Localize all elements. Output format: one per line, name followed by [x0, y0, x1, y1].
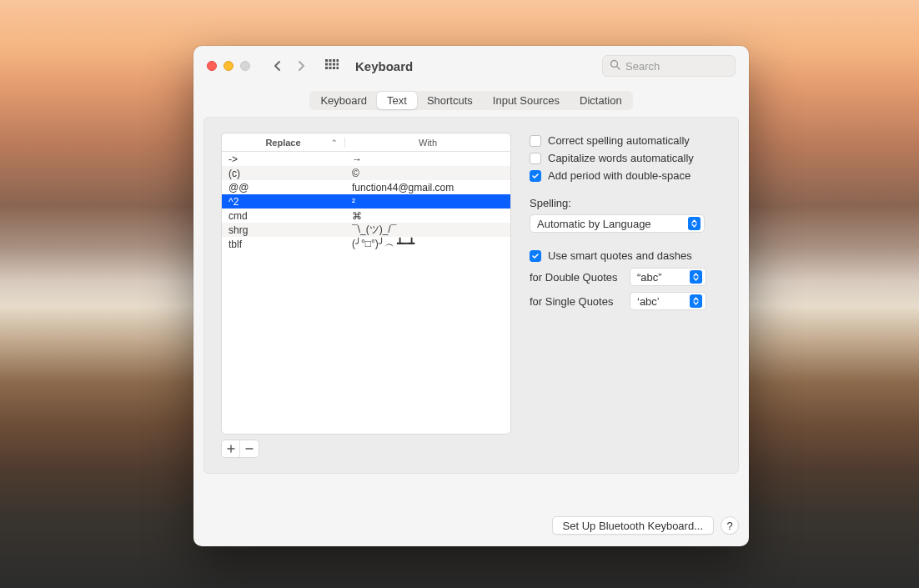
tab-keyboard[interactable]: Keyboard — [310, 92, 377, 109]
content-panel: Replace ⌃ With ->→(c)©@@function44@gmail… — [203, 117, 739, 474]
cell-replace[interactable]: shrg — [222, 224, 345, 236]
svg-rect-11 — [337, 67, 339, 69]
capitalize-label: Capitalize words automatically — [548, 152, 694, 164]
replacements-table[interactable]: Replace ⌃ With ->→(c)©@@function44@gmail… — [221, 133, 511, 435]
add-button[interactable] — [222, 440, 240, 457]
table-row[interactable]: (c)© — [222, 166, 510, 180]
preferences-window: Keyboard KeyboardTextShortcutsInput Sour… — [193, 46, 749, 546]
cell-with[interactable]: ¯\_(ツ)_/¯ — [345, 223, 510, 237]
minimize-button[interactable] — [223, 61, 234, 71]
double-quotes-value: “abc” — [637, 271, 662, 284]
tabs-bar: KeyboardTextShortcutsInput SourcesDictat… — [193, 86, 749, 117]
add-remove-control — [221, 440, 259, 458]
tab-dictation[interactable]: Dictation — [570, 92, 632, 109]
capitalize-row: Capitalize words automatically — [530, 152, 721, 164]
svg-rect-7 — [337, 63, 339, 66]
correct-spelling-label: Correct spelling automatically — [548, 134, 690, 147]
svg-line-13 — [617, 67, 620, 70]
double-quotes-label: for Double Quotes — [530, 271, 623, 284]
segmented-control: KeyboardTextShortcutsInput SourcesDictat… — [309, 91, 632, 110]
traffic-lights — [207, 61, 250, 71]
double-space-period-label: Add period with double-space — [548, 169, 691, 182]
help-button[interactable]: ? — [721, 516, 739, 535]
table-row[interactable]: shrg¯\_(ツ)_/¯ — [222, 223, 510, 237]
cell-replace[interactable]: (c) — [222, 168, 345, 179]
show-all-icon[interactable] — [324, 58, 340, 74]
spelling-value: Automatic by Language — [537, 218, 651, 230]
search-icon — [610, 59, 620, 73]
updown-stepper-icon — [690, 270, 702, 284]
svg-rect-2 — [333, 59, 335, 62]
cell-replace[interactable]: -> — [222, 153, 345, 165]
table-header: Replace ⌃ With — [222, 133, 510, 152]
tab-shortcuts[interactable]: Shortcuts — [417, 92, 483, 109]
tab-text[interactable]: Text — [377, 92, 417, 109]
titlebar: Keyboard — [193, 46, 749, 86]
svg-rect-1 — [329, 59, 332, 62]
page-title: Keyboard — [355, 59, 413, 73]
smart-quotes-row: Use smart quotes and dashes — [530, 249, 721, 262]
svg-rect-3 — [337, 59, 339, 62]
search-field[interactable] — [602, 55, 736, 77]
smart-quotes-checkbox[interactable] — [530, 250, 541, 262]
spelling-popup[interactable]: Automatic by Language — [530, 214, 705, 233]
table-row[interactable]: tblf(╯°□°)╯︵ ┻━┻ — [222, 237, 510, 251]
nav-buttons — [269, 57, 310, 75]
maximize-button — [240, 61, 250, 71]
column-header-with[interactable]: With — [345, 138, 510, 148]
replacements-panel: Replace ⌃ With ->→(c)©@@function44@gmail… — [221, 133, 511, 458]
cell-with[interactable]: (╯°□°)╯︵ ┻━┻ — [345, 237, 510, 251]
cell-with[interactable]: → — [345, 153, 510, 165]
single-quotes-row: for Single Quotes ‘abc’ — [530, 292, 721, 310]
single-quotes-value: ‘abc’ — [637, 295, 660, 308]
table-row[interactable]: ->→ — [222, 152, 510, 166]
table-row[interactable]: @@function44@gmail.com — [222, 180, 510, 194]
capitalize-checkbox[interactable] — [530, 153, 541, 164]
table-row[interactable]: ^2² — [222, 194, 510, 209]
correct-spelling-row: Correct spelling automatically — [530, 134, 721, 147]
cell-with[interactable]: ⌘ — [345, 210, 510, 222]
smart-quotes-label: Use smart quotes and dashes — [548, 249, 692, 262]
footer: Set Up Bluetooth Keyboard... ? — [193, 516, 749, 546]
cell-replace[interactable]: @@ — [222, 182, 345, 193]
remove-button[interactable] — [240, 440, 259, 457]
svg-rect-8 — [325, 67, 328, 69]
double-quotes-row: for Double Quotes “abc” — [530, 268, 721, 286]
tab-input-sources[interactable]: Input Sources — [483, 92, 570, 109]
double-space-period-checkbox[interactable] — [530, 170, 541, 182]
svg-rect-10 — [333, 67, 335, 69]
svg-rect-0 — [325, 59, 328, 62]
svg-rect-6 — [333, 63, 335, 66]
svg-rect-9 — [329, 67, 332, 69]
forward-button — [292, 57, 310, 75]
table-body: ->→(c)©@@function44@gmail.com^2²cmd⌘shrg… — [222, 152, 510, 434]
cell-with[interactable]: ² — [345, 196, 510, 208]
single-quotes-label: for Single Quotes — [530, 295, 623, 308]
column-header-replace[interactable]: Replace ⌃ — [222, 138, 345, 148]
double-space-period-row: Add period with double-space — [530, 169, 721, 182]
spelling-label: Spelling: — [530, 197, 721, 209]
sort-caret-icon: ⌃ — [331, 138, 338, 147]
svg-rect-4 — [325, 63, 328, 66]
back-button[interactable] — [269, 57, 287, 75]
table-row[interactable]: cmd⌘ — [222, 209, 510, 223]
options-panel: Correct spelling automatically Capitaliz… — [530, 133, 721, 458]
single-quotes-popup[interactable]: ‘abc’ — [630, 292, 706, 310]
double-quotes-popup[interactable]: “abc” — [630, 268, 706, 286]
updown-stepper-icon — [690, 294, 702, 308]
updown-stepper-icon — [688, 217, 701, 230]
bluetooth-keyboard-button[interactable]: Set Up Bluetooth Keyboard... — [552, 516, 714, 535]
svg-rect-5 — [329, 63, 332, 66]
correct-spelling-checkbox[interactable] — [530, 135, 541, 147]
cell-with[interactable]: function44@gmail.com — [345, 182, 510, 193]
cell-replace[interactable]: cmd — [222, 210, 345, 222]
search-input[interactable] — [625, 60, 728, 73]
cell-with[interactable]: © — [345, 168, 510, 179]
cell-replace[interactable]: tblf — [222, 239, 345, 250]
cell-replace[interactable]: ^2 — [222, 196, 345, 208]
close-button[interactable] — [207, 61, 217, 71]
